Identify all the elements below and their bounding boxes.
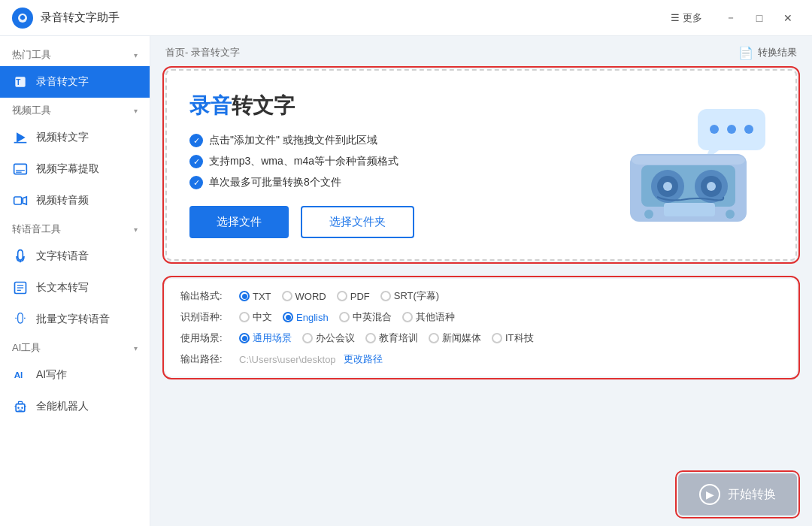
sidebar-item-text-to-speech[interactable]: 文字转语音	[0, 240, 150, 272]
content-wrapper: 录音转文字 ✓ 点击"添加文件" 或拖拽文件到此区域 ✓ 支持mp3、wma、m…	[150, 69, 812, 526]
robot-icon	[12, 398, 29, 415]
radio-selected-icon	[283, 312, 293, 322]
feature-1: ✓ 点击"添加文件" 或拖拽文件到此区域	[189, 134, 607, 147]
select-folder-button[interactable]: 选择文件夹	[301, 206, 414, 238]
lang-english[interactable]: English	[283, 312, 329, 323]
start-icon: ▶	[699, 484, 720, 505]
radio-unselected-icon	[429, 333, 439, 343]
svg-point-34	[663, 182, 672, 191]
maximize-button[interactable]: □	[747, 10, 771, 26]
scene-office[interactable]: 办公会议	[302, 331, 355, 345]
sidebar-item-all-robot[interactable]: 全能机器人	[0, 391, 150, 422]
format-srt[interactable]: SRT(字幕)	[380, 289, 439, 303]
radio-selected-icon	[239, 291, 250, 301]
minimize-button[interactable]: －	[719, 10, 743, 26]
main-layout: 热门工具 ▾ T 录音转文字 视频工具 ▾ 视频转文字	[0, 36, 812, 526]
scene-label: 使用场景:	[180, 331, 233, 345]
app-logo	[12, 8, 33, 29]
svg-marker-9	[23, 197, 26, 204]
long-text-icon	[12, 280, 29, 296]
upload-title: 录音转文字	[189, 92, 607, 120]
sidebar-item-long-text[interactable]: 长文本转写	[0, 272, 150, 304]
svg-point-29	[744, 125, 753, 134]
sidebar-item-label: 全能机器人	[36, 400, 89, 413]
close-button[interactable]: ✕	[776, 10, 800, 26]
select-file-button[interactable]: 选择文件	[189, 206, 289, 238]
sidebar-item-audio-to-text[interactable]: T 录音转文字	[0, 66, 150, 98]
radio-unselected-icon	[337, 291, 347, 301]
upload-zone[interactable]: 录音转文字 ✓ 点击"添加文件" 或拖拽文件到此区域 ✓ 支持mp3、wma、m…	[165, 69, 797, 261]
svg-rect-41	[632, 156, 745, 165]
svg-text:AI: AI	[14, 370, 23, 379]
change-path-button[interactable]: 更改路径	[344, 352, 383, 366]
scene-education[interactable]: 教育培训	[365, 331, 418, 345]
chevron-down-icon: ▾	[134, 225, 138, 234]
radio-unselected-icon	[492, 333, 502, 343]
menu-icon: ☰	[671, 12, 680, 23]
sidebar-item-video-subtitle[interactable]: 视频字幕提取	[0, 153, 150, 185]
sidebar-item-label: 文字转语音	[36, 249, 89, 263]
sidebar-item-batch-text-speech[interactable]: 批量文字转语音	[0, 304, 150, 335]
cassette-illustration	[623, 105, 773, 225]
sidebar-item-label: 批量文字转语音	[36, 313, 110, 326]
radio-unselected-icon	[302, 333, 313, 343]
language-label: 识别语种:	[180, 310, 233, 324]
path-label: 输出路径:	[180, 352, 233, 366]
lang-chinese[interactable]: 中文	[239, 310, 272, 324]
scene-it-label: IT科技	[505, 331, 534, 345]
svg-point-27	[710, 125, 719, 134]
format-srt-label: SRT(字幕)	[394, 289, 439, 303]
output-format-row: 输出格式: TXT WORD PDF	[180, 289, 782, 303]
check-icon: ✓	[189, 155, 203, 168]
format-pdf[interactable]: PDF	[337, 291, 370, 302]
start-button-container: ▶ 开始转换	[678, 473, 797, 515]
svg-point-28	[727, 125, 736, 134]
section-video-tools[interactable]: 视频工具 ▾	[0, 98, 150, 122]
svg-point-21	[21, 407, 23, 409]
sidebar-item-video-to-text[interactable]: 视频转文字	[0, 122, 150, 153]
batch-icon	[12, 311, 29, 328]
title-controls: ☰ 更多 － □ ✕	[671, 10, 800, 26]
svg-point-37	[707, 182, 716, 191]
svg-rect-40	[664, 203, 715, 216]
sidebar-item-video-to-audio[interactable]: 视频转音频	[0, 185, 150, 216]
chevron-down-icon: ▾	[134, 344, 138, 352]
lang-english-label: English	[296, 312, 329, 323]
sidebar-item-label: 视频转文字	[36, 131, 89, 144]
format-txt[interactable]: TXT	[239, 291, 271, 302]
radio-unselected-icon	[402, 312, 413, 322]
scene-news[interactable]: 新闻媒体	[429, 331, 481, 345]
sidebar-item-label: 视频转音频	[36, 194, 89, 207]
svg-marker-3	[17, 132, 26, 142]
video-audio-icon	[12, 192, 29, 209]
video-text-icon	[12, 129, 29, 146]
section-ai-tools[interactable]: AI工具 ▾	[0, 335, 150, 359]
settings-panel: 输出格式: TXT WORD PDF	[165, 279, 797, 376]
start-convert-button[interactable]: ▶ 开始转换	[678, 473, 797, 515]
more-button[interactable]: ☰ 更多	[671, 11, 702, 25]
section-speech-tools[interactable]: 转语音工具 ▾	[0, 216, 150, 240]
lang-chinese-label: 中文	[253, 310, 272, 324]
path-content: C:\Users\user\desktop 更改路径	[239, 352, 383, 366]
scene-general[interactable]: 通用场景	[239, 331, 292, 345]
lang-other[interactable]: 其他语种	[402, 310, 455, 324]
sidebar-item-label: 录音转文字	[36, 75, 89, 89]
upload-buttons: 选择文件 选择文件夹	[189, 206, 607, 238]
chevron-down-icon: ▾	[134, 107, 138, 115]
svg-point-38	[644, 210, 653, 219]
svg-point-20	[17, 407, 20, 409]
convert-result-button[interactable]: 📄 转换结果	[738, 46, 797, 60]
lang-mixed[interactable]: 中英混合	[339, 310, 392, 324]
title-audio: 录音	[189, 94, 232, 117]
scene-it[interactable]: IT科技	[492, 331, 534, 345]
title-rest: 转文字	[232, 94, 295, 117]
lang-other-label: 其他语种	[416, 310, 455, 324]
lang-mixed-label: 中英混合	[353, 310, 392, 324]
format-word[interactable]: WORD	[282, 291, 326, 302]
language-row: 识别语种: 中文 English 中英混合	[180, 310, 782, 324]
section-hot-tools[interactable]: 热门工具 ▾	[0, 42, 150, 66]
sidebar-item-label: 视频字幕提取	[36, 162, 99, 176]
text-speech-icon	[12, 248, 29, 265]
sidebar-item-ai-writing[interactable]: AI AI写作	[0, 359, 150, 391]
path-row: 输出路径: C:\Users\user\desktop 更改路径	[180, 352, 782, 366]
